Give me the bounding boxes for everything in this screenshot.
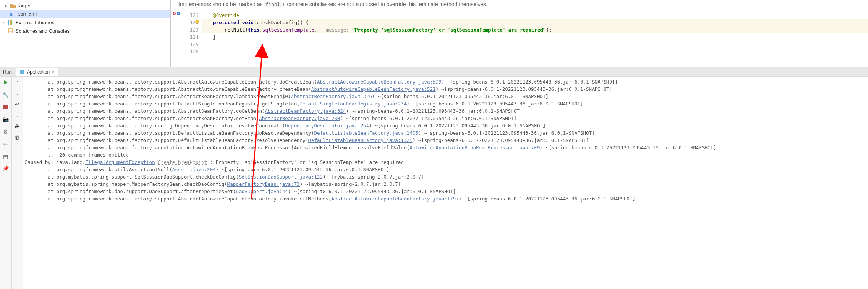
editor-content[interactable]: @Override protected void checkDaoConfig(… bbox=[202, 12, 868, 67]
console-line: at org.springframework.beans.factory.con… bbox=[25, 122, 868, 129]
stop-icon[interactable] bbox=[2, 104, 9, 110]
tree-label: External Libraries bbox=[15, 20, 54, 25]
console-line: ... 20 common frames omitted bbox=[25, 151, 868, 159]
tree-row-scratches[interactable]: Scratches and Consoles bbox=[0, 27, 170, 35]
run-tab-application[interactable]: Application × bbox=[16, 68, 58, 76]
stacktrace-link[interactable]: DefaultSingletonBeanRegistry.java:234 bbox=[300, 101, 407, 107]
console-output[interactable]: at org.springframework.beans.factory.sup… bbox=[23, 77, 868, 289]
wrench-icon[interactable]: 🔧 bbox=[2, 91, 9, 98]
library-icon bbox=[8, 20, 14, 25]
chevron-right-icon: ▸ bbox=[3, 3, 8, 8]
chevron-right-icon: ▸ bbox=[1, 20, 6, 25]
svg-point-8 bbox=[177, 12, 180, 15]
svg-rect-2 bbox=[10, 20, 11, 25]
stacktrace-link[interactable]: MapperFactoryBean.java:73 bbox=[227, 181, 300, 187]
console-line: at org.springframework.beans.factory.sup… bbox=[25, 100, 868, 107]
console-line: at org.springframework.beans.factory.sup… bbox=[25, 107, 868, 115]
pin-icon[interactable]: 📌 bbox=[2, 165, 9, 172]
svg-text:m: m bbox=[10, 12, 13, 17]
console-line: at org.springframework.util.Assert.notNu… bbox=[25, 166, 868, 173]
svg-rect-10 bbox=[197, 23, 198, 24]
stacktrace-link[interactable]: DependencyDescriptor.java:254 bbox=[285, 123, 369, 129]
tree-label: target bbox=[18, 3, 30, 8]
camera-icon[interactable]: 📷 bbox=[2, 116, 9, 123]
stacktrace-link[interactable]: AbstractBeanFactory.java:200 bbox=[259, 115, 340, 121]
svg-rect-12 bbox=[3, 105, 8, 109]
close-icon[interactable]: × bbox=[52, 69, 55, 75]
folder-icon bbox=[10, 3, 16, 8]
run-tab-label: Application bbox=[27, 69, 50, 75]
stacktrace-link[interactable]: DaoSupport.java:44 bbox=[236, 189, 288, 194]
console-line: at org.springframework.beans.factory.sup… bbox=[25, 115, 868, 122]
tree-label: pom.xml bbox=[18, 11, 37, 17]
trash-icon[interactable]: 🗑 bbox=[15, 135, 20, 140]
console-line: at org.springframework.beans.factory.sup… bbox=[25, 137, 868, 144]
run-tools-secondary[interactable]: ↑↓↩⤓🖶🗑 bbox=[12, 77, 23, 289]
stacktrace-link[interactable]: AbstractBeanFactory.java:324 bbox=[265, 108, 346, 114]
project-tree[interactable]: ▸ target m pom.xml ▸ External Libraries bbox=[0, 0, 171, 67]
svg-rect-11 bbox=[20, 70, 24, 74]
console-line: at org.springframework.beans.factory.sup… bbox=[25, 85, 868, 93]
console-line: at org.springframework.dao.support.DaoSu… bbox=[25, 188, 868, 195]
tree-label: Scratches and Consoles bbox=[15, 28, 70, 34]
console-line: at org.springframework.beans.factory.sup… bbox=[25, 129, 868, 137]
console-line: at org.springframework.beans.factory.sup… bbox=[25, 78, 868, 85]
tree-row-target[interactable]: ▸ target bbox=[0, 1, 170, 10]
scratches-icon bbox=[8, 28, 14, 33]
run-tools-primary[interactable]: 🔧📷⚙⇤▤📌 bbox=[0, 77, 12, 289]
create-breakpoint-action[interactable]: Create breakpoint bbox=[158, 159, 207, 165]
console-line: at org.mybatis.spring.mapper.MapperFacto… bbox=[25, 180, 868, 188]
console-line: Caused by: java.lang.IllegalArgumentExce… bbox=[25, 159, 868, 166]
tree-row-pom[interactable]: m pom.xml bbox=[0, 10, 170, 18]
tree-row-external-libraries[interactable]: ▸ External Libraries bbox=[0, 18, 170, 27]
run-config-icon bbox=[19, 69, 25, 75]
exit-icon[interactable]: ⇤ bbox=[2, 140, 9, 147]
run-icon[interactable] bbox=[2, 79, 9, 86]
stacktrace-link[interactable]: AbstractAutowireCapableBeanFactory.java:… bbox=[317, 79, 441, 85]
svg-rect-3 bbox=[11, 20, 12, 25]
stacktrace-link[interactable]: AbstractAutowireCapableBeanFactory.java:… bbox=[332, 196, 459, 202]
stacktrace-link[interactable]: AutowiredAnnotationBeanPostProcessor.jav… bbox=[410, 145, 540, 150]
scroll-icon[interactable]: ⤓ bbox=[15, 112, 19, 118]
up-icon[interactable]: ↑ bbox=[16, 79, 18, 85]
layout-icon[interactable]: ▤ bbox=[2, 153, 9, 160]
console-line: at org.springframework.beans.factory.ann… bbox=[25, 144, 868, 151]
stacktrace-link[interactable]: AbstractAutowireCapableBeanFactory.java:… bbox=[311, 86, 436, 92]
maven-file-icon: m bbox=[10, 11, 16, 17]
run-toolwindow-tabbar[interactable]: Run: Application × bbox=[0, 67, 868, 77]
print-icon[interactable]: 🖶 bbox=[15, 124, 20, 129]
svg-rect-1 bbox=[8, 20, 9, 25]
override-implements-icons[interactable] bbox=[172, 12, 180, 15]
editor[interactable]: Implementors should be marked as final i… bbox=[171, 0, 868, 67]
down-icon[interactable]: ↓ bbox=[16, 90, 18, 96]
exception-class-link[interactable]: IllegalArgumentException bbox=[85, 159, 155, 165]
wrap-icon[interactable]: ↩ bbox=[15, 101, 19, 107]
stacktrace-link[interactable]: SqlSessionDaoSupport.java:122 bbox=[239, 174, 323, 180]
cog-icon[interactable]: ⚙ bbox=[2, 128, 9, 135]
intention-bulb-icon[interactable] bbox=[195, 19, 200, 25]
stacktrace-link[interactable]: DefaultListableBeanFactory.java:1405 bbox=[314, 130, 418, 136]
run-label: Run: bbox=[0, 69, 16, 75]
svg-point-9 bbox=[195, 20, 199, 23]
stacktrace-link[interactable]: AbstractBeanFactory.java:326 bbox=[291, 94, 372, 99]
console-line: at org.springframework.beans.factory.sup… bbox=[25, 195, 868, 202]
documentation-hint: Implementors should be marked as final i… bbox=[171, 0, 868, 12]
console-line: at org.mybatis.spring.support.SqlSession… bbox=[25, 173, 868, 180]
console-line: at org.springframework.beans.factory.sup… bbox=[25, 93, 868, 100]
stacktrace-link[interactable]: DefaultListableBeanFactory.java:1325 bbox=[308, 137, 413, 143]
stacktrace-link[interactable]: Assert.java:204 bbox=[172, 167, 216, 172]
